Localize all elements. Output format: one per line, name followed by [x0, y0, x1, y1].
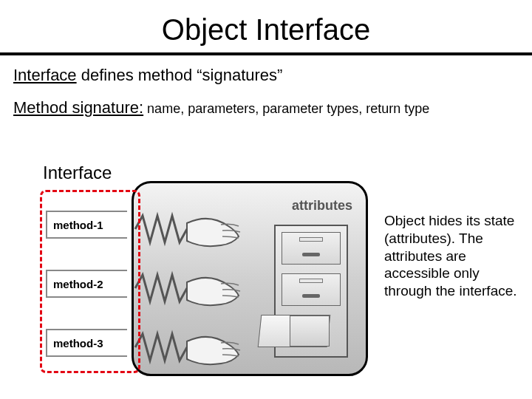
definition-text-1: defines method “signatures”: [77, 66, 283, 84]
definition-line-2: Method signature: name, parameters, para…: [0, 85, 532, 117]
spring-arm-3: [134, 327, 282, 368]
explanation-text: Object hides its state (attributes). The…: [384, 212, 517, 300]
term-method-signature: Method signature:: [13, 98, 143, 117]
term-interface: Interface: [13, 66, 77, 84]
diagram: Interface method-1 method-2 method-3 att…: [13, 151, 519, 388]
spring-arm-1: [134, 208, 282, 250]
signature-parts: name, parameters, parameter types, retur…: [143, 101, 429, 116]
spring-arm-2: [134, 267, 282, 309]
object-panel: attributes: [132, 181, 368, 376]
definition-line-1: Interface defines method “signatures”: [0, 55, 532, 85]
interface-heading: Interface: [43, 163, 112, 183]
method-slot-1: method-1: [46, 211, 127, 239]
method-slot-2: method-2: [46, 270, 127, 298]
filing-cabinet-icon: [274, 225, 348, 358]
method-slot-3: method-3: [46, 329, 127, 357]
slide-title: Object Interface: [0, 0, 532, 52]
attributes-label: attributes: [292, 198, 352, 214]
